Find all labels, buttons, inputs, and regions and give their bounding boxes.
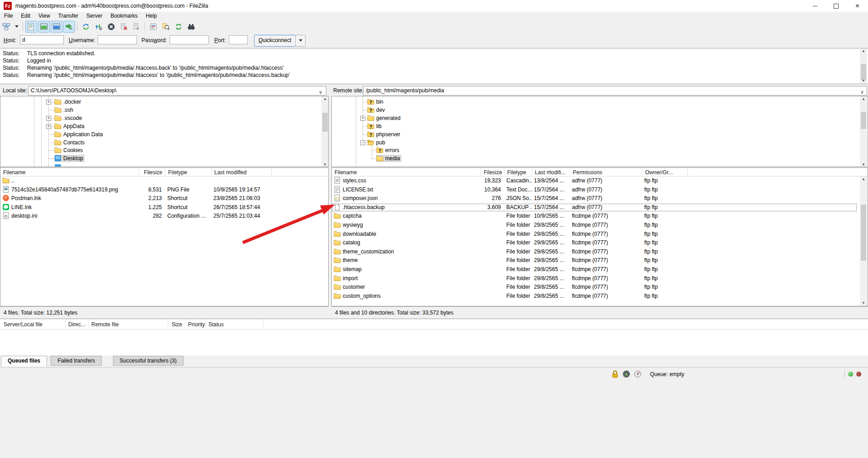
- file-row-theme_customization[interactable]: theme_customizationFile folder29/8/2565 …: [332, 248, 868, 257]
- file-row-wysiwyg[interactable]: wysiwygFile folder29/8/2565 ...flcdmpe (…: [332, 221, 868, 230]
- scroll-up-icon[interactable]: ▲: [321, 96, 329, 102]
- scrollbar-thumb[interactable]: [861, 64, 866, 80]
- chevron-down-icon[interactable]: ∨: [319, 88, 322, 95]
- tree-item-.ssh[interactable]: .ssh: [0, 106, 328, 114]
- tree-item-dev[interactable]: ?dev: [332, 106, 868, 114]
- file-row-composer.json[interactable]: {}composer.json276JSON So...15/7/2564 ..…: [332, 194, 868, 203]
- tree-item-AppData[interactable]: +AppData: [0, 122, 328, 130]
- file-row-captcha[interactable]: captchaFile folder10/9/2565 ...flcdmpe (…: [332, 212, 868, 221]
- toggle-remote-tree-button[interactable]: [51, 21, 62, 33]
- process-queue-button[interactable]: [93, 21, 104, 33]
- tab-failed-transfers[interactable]: Failed transfers: [51, 356, 102, 366]
- directory-comparison-button[interactable]: [160, 21, 172, 33]
- password-input[interactable]: [170, 35, 209, 44]
- scrollbar-thumb[interactable]: [322, 113, 328, 132]
- site-manager-dropdown-button[interactable]: [13, 21, 20, 33]
- quickconnect-dropdown-button[interactable]: [295, 35, 306, 47]
- column-header-permissions[interactable]: Permissions: [570, 168, 642, 177]
- menu-view[interactable]: View: [34, 12, 54, 20]
- tree-item-Desktop[interactable]: Desktop: [0, 154, 328, 162]
- queue-column-priority[interactable]: Priority: [185, 320, 206, 329]
- file-row-customer[interactable]: customerFile folder29/8/2565 ...flcdmpe …: [332, 283, 868, 292]
- scroll-down-icon[interactable]: ▼: [860, 162, 867, 167]
- filter-button[interactable]: [147, 21, 159, 33]
- menu-transfer[interactable]: Transfer: [54, 12, 82, 20]
- expander-plus-icon[interactable]: +: [46, 100, 51, 105]
- queue-column-status[interactable]: Status: [206, 320, 264, 329]
- scroll-down-icon[interactable]: ▼: [860, 301, 867, 306]
- toggle-local-tree-button[interactable]: [38, 21, 50, 33]
- scroll-down-icon[interactable]: ▼: [860, 78, 867, 84]
- tab-successful-transfers-3[interactable]: Successful transfers (3): [113, 356, 184, 366]
- local-tree-scrollbar[interactable]: ▲ ▼: [321, 96, 329, 167]
- expander-plus-icon[interactable]: +: [360, 116, 365, 121]
- file-row-styles.css[interactable]: styles.css19,323Cascadin...13/8/2564 ...…: [332, 177, 868, 186]
- refresh-button[interactable]: [80, 21, 92, 33]
- file-row-import[interactable]: importFile folder29/8/2565 ...flcdmpe (0…: [332, 274, 868, 283]
- scroll-down-icon[interactable]: ▼: [321, 162, 329, 167]
- file-row-Postman.lnk[interactable]: Postman.lnk2,213Shortcut23/8/2565 21:06:…: [0, 194, 328, 203]
- tab-queued-files[interactable]: Queued files: [1, 356, 47, 367]
- tree-item-media[interactable]: media: [332, 154, 868, 162]
- maximize-button[interactable]: [826, 0, 847, 12]
- expander-minus-icon[interactable]: −: [360, 140, 365, 145]
- username-input[interactable]: [98, 35, 137, 44]
- local-site-combobox[interactable]: C:\Users\PLATOOSOMJA\Desktop\ ∨: [28, 86, 326, 95]
- expander-plus-icon[interactable]: +: [46, 124, 51, 129]
- menu-help[interactable]: Help: [142, 12, 161, 20]
- expander-plus-icon[interactable]: +: [46, 116, 51, 121]
- file-row-7514c32e145840a57487db775e614319.png[interactable]: 7514c32e145840a57487db775e614319.png8,53…: [0, 186, 328, 195]
- scroll-up-icon[interactable]: ▲: [860, 48, 867, 54]
- tree-item-lib[interactable]: ?lib: [332, 122, 868, 130]
- disconnect-button[interactable]: [118, 21, 130, 33]
- queue-column-remote-file[interactable]: Remote file: [89, 320, 168, 329]
- tree-item-Contacts[interactable]: Contacts: [0, 138, 328, 147]
- scrollbar-thumb[interactable]: [861, 112, 866, 129]
- menu-server[interactable]: Server: [82, 12, 106, 20]
- queue-column-server-local-file[interactable]: Server/Local file: [1, 320, 66, 329]
- queue-column-direc[interactable]: Direc...: [66, 320, 89, 329]
- synchronized-browsing-button[interactable]: [173, 21, 184, 33]
- minimize-button[interactable]: [804, 0, 826, 12]
- chevron-down-icon[interactable]: ∨: [860, 88, 864, 95]
- toggle-queue-button[interactable]: [63, 21, 75, 33]
- remote-site-combobox[interactable]: /public_html/magento/pub/media ∨: [363, 86, 867, 95]
- queue-column-size[interactable]: Size: [168, 320, 185, 329]
- file-row-theme[interactable]: themeFile folder29/8/2565 ...flcdmpe (07…: [332, 256, 868, 265]
- host-input[interactable]: [20, 35, 64, 44]
- file-row-desktop.ini[interactable]: ⚙desktop.ini282Configuration ...25/7/256…: [0, 212, 328, 221]
- column-header-owner-gr[interactable]: Owner/Gr...: [642, 168, 688, 177]
- tree-item-Application Data[interactable]: Application Data: [0, 130, 328, 138]
- file-row-LINE.lnk[interactable]: LINE.lnk1,225Shortcut26/7/2565 18:57:44: [0, 203, 328, 212]
- file-row-sitemap[interactable]: sitemapFile folder29/8/2565 ...flcdmpe (…: [332, 265, 868, 274]
- file-row-..[interactable]: ..: [0, 177, 328, 186]
- column-header-filetype[interactable]: Filetype: [165, 168, 212, 177]
- port-input[interactable]: [229, 35, 248, 44]
- column-header-filesize[interactable]: Filesize: [139, 168, 165, 177]
- tree-item-bin[interactable]: ?bin: [332, 98, 868, 106]
- column-header-last-modifi[interactable]: Last modifi...∨: [532, 168, 570, 177]
- file-row-.htaccess.backup[interactable]: .htaccess.backup3,609BACKUP ...15/7/2564…: [332, 203, 857, 212]
- tree-item-phpserver[interactable]: ?phpserver: [332, 130, 868, 138]
- tree-item-Cookies[interactable]: Cookies: [0, 146, 328, 154]
- column-header-filetype[interactable]: Filetype: [505, 168, 532, 177]
- close-button[interactable]: ✕: [847, 0, 868, 12]
- tree-item-.docker[interactable]: +.docker: [0, 98, 328, 106]
- tree-item-errors[interactable]: ?errors: [332, 146, 868, 154]
- file-row-custom_options[interactable]: custom_optionsFile folder29/8/2565 ...fl…: [332, 292, 868, 301]
- toggle-log-button[interactable]: [25, 21, 37, 33]
- site-manager-button[interactable]: [0, 21, 12, 33]
- file-row-downloadable[interactable]: downloadableFile folder29/8/2565 ...flcd…: [332, 230, 868, 239]
- tree-item-.vscode[interactable]: +.vscode: [0, 114, 328, 122]
- message-log-scrollbar[interactable]: ▲ ▼: [860, 48, 867, 84]
- menu-bookmarks[interactable]: Bookmarks: [106, 12, 142, 20]
- file-row-catalog[interactable]: catalogFile folder29/8/2565 ...flcdmpe (…: [332, 239, 868, 248]
- tree-item-generated[interactable]: +generated: [332, 114, 868, 122]
- column-header-filesize[interactable]: Filesize: [481, 168, 505, 177]
- menu-file[interactable]: File: [0, 12, 17, 20]
- column-header-filename[interactable]: Filename: [332, 168, 481, 177]
- scroll-up-icon[interactable]: ▲: [860, 96, 867, 102]
- file-row-LICENSE.txt[interactable]: LICENSE.txt10,364Text Doc...15/7/2564 ..…: [332, 186, 868, 195]
- find-files-button[interactable]: [185, 21, 197, 33]
- column-header-filename[interactable]: Filename: [0, 168, 139, 177]
